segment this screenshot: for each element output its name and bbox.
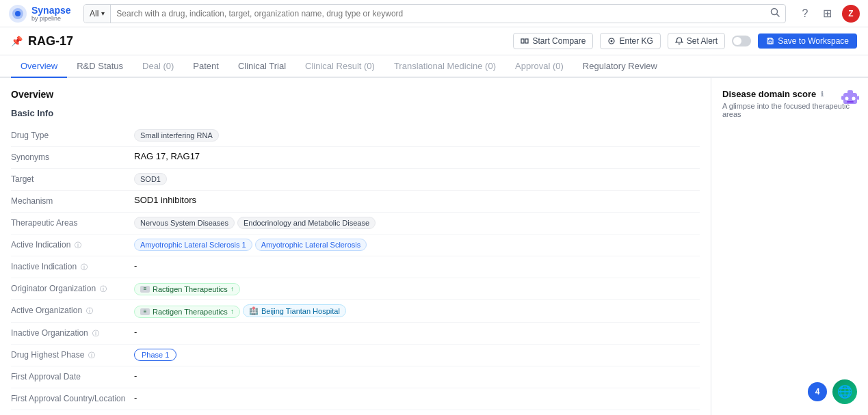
tab-approval--0-: Approval (0) <box>505 55 573 78</box>
org-icon: ≡ <box>140 286 150 293</box>
field-label: Therapeutic Areas <box>11 217 134 228</box>
compare-icon <box>521 37 529 45</box>
robot-avatar <box>838 85 863 111</box>
header-actions: Start Compare Enter KG Set Alert Save to… <box>513 33 857 49</box>
tab-regulatory-review[interactable]: Regulatory Review <box>573 55 667 78</box>
field-info-icon[interactable]: ⓘ <box>98 285 107 293</box>
main-content: Overview Basic Info Drug TypeSmall inter… <box>0 78 868 415</box>
org-trend-icon: ↑ <box>231 308 234 315</box>
field-label: Synonyms <box>11 151 134 162</box>
search-dropdown-label: All <box>90 9 98 18</box>
bottom-right: 4 🌐 <box>808 379 857 404</box>
info-row: Inactive Indication ⓘ- <box>11 256 700 278</box>
drug-title-area: 📌 RAG-17 <box>11 34 73 49</box>
globe-icon[interactable]: 🌐 <box>832 379 857 404</box>
field-label: Drug Type <box>11 129 134 140</box>
svg-point-8 <box>611 40 613 42</box>
field-value: Amyotrophic Lateral Sclerosis 1Amyotroph… <box>134 239 700 251</box>
section-title: Overview <box>11 89 700 100</box>
start-compare-button[interactable]: Start Compare <box>513 33 593 49</box>
tab-patent[interactable]: Patent <box>183 55 228 78</box>
side-panel-info-icon[interactable]: ℹ <box>821 90 824 98</box>
logo-text: Synapse <box>31 5 71 15</box>
info-row: Drug TypeSmall interfering RNA <box>11 125 700 147</box>
info-rows: Drug TypeSmall interfering RNASynonymsRA… <box>11 125 700 410</box>
field-info-icon[interactable]: ⓘ <box>84 307 93 314</box>
search-container: All ▾ <box>83 4 786 23</box>
svg-rect-10 <box>769 38 772 40</box>
logo[interactable]: Synapse by pipeline <box>8 4 77 23</box>
chat-badge[interactable]: 4 <box>808 382 827 401</box>
svg-line-4 <box>777 14 780 17</box>
tab-overview[interactable]: Overview <box>11 55 67 78</box>
field-value: - <box>134 371 700 381</box>
field-value: Nervous System DiseasesEndocrinology and… <box>134 217 700 229</box>
tag-blue[interactable]: Amyotrophic Lateral Sclerosis 1 <box>134 239 252 251</box>
field-label: Originator Organization ⓘ <box>11 282 134 294</box>
info-row: TargetSOD1 <box>11 169 700 191</box>
alert-toggle[interactable] <box>732 36 751 46</box>
content-area: Overview Basic Info Drug TypeSmall inter… <box>0 78 711 415</box>
field-label: First Approval Date <box>11 371 134 381</box>
enter-kg-button[interactable]: Enter KG <box>600 33 660 49</box>
info-row: Active Indication ⓘAmyotrophic Lateral S… <box>11 235 700 256</box>
field-value: SOD1 inhibitors <box>134 195 700 205</box>
info-row: Inactive Organization ⓘ- <box>11 323 700 345</box>
field-info-icon[interactable]: ⓘ <box>73 241 81 249</box>
svg-rect-17 <box>857 96 859 100</box>
chevron-down-icon: ▾ <box>101 10 105 17</box>
nav-icons: ? ⊞ Z <box>798 5 860 23</box>
phase-tag: Phase 1 <box>134 349 176 361</box>
org-tag[interactable]: ≡ Ractigen Therapeutics ↑ <box>134 306 240 318</box>
field-label: Target <box>11 173 134 184</box>
tag-blue[interactable]: Amyotrophic Lateral Sclerosis <box>255 239 367 251</box>
top-nav: Synapse by pipeline All ▾ ? ⊞ Z <box>0 0 868 27</box>
tabs: OverviewR&D StatusDeal (0)PatentClinical… <box>0 55 868 78</box>
field-label: Inactive Indication ⓘ <box>11 260 134 272</box>
field-value: ≡ Ractigen Therapeutics ↑ <box>134 282 700 295</box>
tag: Small interfering RNA <box>134 129 219 142</box>
svg-point-13 <box>845 97 849 101</box>
hospital-icon: 🏥 <box>249 306 259 315</box>
field-info-icon[interactable]: ⓘ <box>90 330 99 337</box>
bell-icon <box>675 37 683 45</box>
avatar[interactable]: Z <box>842 5 860 23</box>
org-tag[interactable]: ≡ Ractigen Therapeutics ↑ <box>134 283 240 295</box>
field-value: Small interfering RNA <box>134 129 700 142</box>
tab-r-d-status[interactable]: R&D Status <box>67 55 133 78</box>
tab-clinical-trial[interactable]: Clinical Trial <box>228 55 295 78</box>
field-value: RAG 17, RAG17 <box>134 151 700 161</box>
search-dropdown[interactable]: All ▾ <box>84 5 111 23</box>
side-panel: Disease domain score ℹ A glimpse into th… <box>711 78 868 415</box>
save-workspace-button[interactable]: Save to Workspace <box>758 34 857 49</box>
tab-clinical-result--0-: Clinical Result (0) <box>295 55 384 78</box>
logo-sub: by pipeline <box>31 15 71 22</box>
set-alert-button[interactable]: Set Alert <box>668 33 725 49</box>
tab-translational-medicine--0-: Translational Medicine (0) <box>384 55 505 78</box>
field-label: Inactive Organization ⓘ <box>11 327 134 338</box>
svg-point-14 <box>852 97 856 101</box>
info-row: Originator Organization ⓘ≡ Ractigen Ther… <box>11 278 700 300</box>
field-value: - <box>134 260 700 271</box>
kg-icon <box>607 37 616 45</box>
hospital-tag[interactable]: 🏥 Beijing Tiantan Hospital <box>243 304 346 317</box>
org-trend-icon: ↑ <box>231 285 234 293</box>
info-row: SynonymsRAG 17, RAG17 <box>11 147 700 169</box>
field-value: - <box>134 392 700 403</box>
info-row: Therapeutic AreasNervous System Diseases… <box>11 213 700 235</box>
field-value: Phase 1 <box>134 349 700 361</box>
side-panel-subtitle: A glimpse into the focused therapeutic a… <box>722 102 857 118</box>
svg-rect-16 <box>841 96 843 100</box>
search-input[interactable] <box>111 9 765 18</box>
toggle-knob <box>733 37 741 45</box>
field-value: - <box>134 327 700 337</box>
search-button[interactable] <box>765 8 785 19</box>
info-row: Drug Highest Phase ⓘPhase 1 <box>11 345 700 366</box>
tag: SOD1 <box>134 173 167 185</box>
logo-icon <box>8 4 27 23</box>
grid-icon[interactable]: ⊞ <box>820 7 834 21</box>
help-icon[interactable]: ? <box>798 7 812 21</box>
field-info-icon[interactable]: ⓘ <box>79 263 88 271</box>
field-info-icon[interactable]: ⓘ <box>86 351 95 359</box>
search-icon <box>770 8 780 17</box>
